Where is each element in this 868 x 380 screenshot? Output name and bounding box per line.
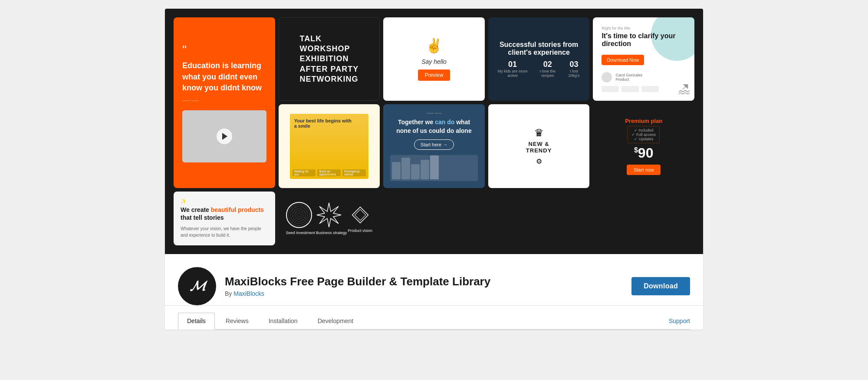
plugin-author-prefix: By xyxy=(225,290,232,297)
card-hello-label: Say hello xyxy=(421,58,447,65)
banner-card-education: " Education is learning what you didnt e… xyxy=(174,17,275,188)
card-education-image xyxy=(182,110,266,162)
tabs-bottom-border xyxy=(178,329,690,330)
banner-card-premium: Premium plan ✓ Included ✓ Full access ✓ … xyxy=(593,104,694,188)
plugin-details: MaxiBlocks Free Page Builder & Template … xyxy=(225,275,490,297)
geometric-label-1: Seed investment xyxy=(286,231,315,235)
plugin-title: MaxiBlocks Free Page Builder & Template … xyxy=(225,275,490,288)
card-stories-content: Successful stories from client's experie… xyxy=(495,41,583,78)
card-premium-button[interactable]: Start now xyxy=(627,165,661,175)
banner-card-stories: Successful stories from client's experie… xyxy=(488,17,590,101)
download-button[interactable]: Download xyxy=(631,277,690,295)
card-talk-text: TALKWORKSHOPEXHIBITIONAFTER PARTYNETWORK… xyxy=(300,34,359,85)
stat-2: 02 I love the recipes xyxy=(535,60,560,78)
tabs-container: Details Reviews Installation Development… xyxy=(178,306,690,329)
card-together-text: Together we can do what none of us could… xyxy=(390,118,478,135)
tab-reviews[interactable]: Reviews xyxy=(217,313,258,329)
banner-card-hello: ✌️ Say hello Preview xyxy=(383,17,485,101)
peace-icon: ✌️ xyxy=(425,37,443,54)
banner-card-talk: TALKWORKSHOPEXHIBITIONAFTER PARTYNETWORK… xyxy=(279,17,380,101)
plugin-author-link[interactable]: MaxiBlocks xyxy=(233,290,264,297)
tab-details[interactable]: Details xyxy=(178,313,215,330)
card-direction-icons xyxy=(602,86,686,92)
smile-image: Your best life begins with a smile Waiti… xyxy=(290,114,368,179)
card-hello-button[interactable]: Preview xyxy=(418,69,450,81)
profile-avatar xyxy=(602,72,612,83)
card-products-title: We create beautiful products that tell s… xyxy=(181,206,268,221)
geometric-item-3: Product vision xyxy=(348,204,372,233)
profile-info: Carol Gonzalez Product xyxy=(615,73,642,82)
card-stories-title: Successful stories from client's experie… xyxy=(495,41,583,56)
card-premium-plan: Premium plan xyxy=(625,118,662,124)
card-trendy-label: NEW & TRENDY xyxy=(526,141,552,154)
smile-buttons: Waiting for you Book an appointment Emer… xyxy=(293,169,366,176)
tab-development[interactable]: Development xyxy=(309,313,363,329)
play-button[interactable] xyxy=(217,129,232,144)
card-direction-label: Right for the title xyxy=(602,26,686,30)
geometric-label-2: Business strategy xyxy=(316,231,347,235)
support-link[interactable]: Support xyxy=(669,317,690,324)
card-direction-button[interactable]: Download Now xyxy=(602,55,644,65)
starburst-icon xyxy=(316,202,342,228)
card-direction-title: It's time to clarify your direction xyxy=(602,32,686,48)
plugin-info-section: 𝓜 MaxiBlocks Free Page Builder & Templat… xyxy=(165,254,703,306)
geometric-item-2: Business strategy xyxy=(316,202,347,235)
tabs-section: Details Reviews Installation Development… xyxy=(165,306,703,330)
banner-card-trendy: ♛ NEW & TRENDY ⚙ xyxy=(488,104,590,188)
circle-icon xyxy=(286,202,312,228)
tabs-list: Details Reviews Installation Development xyxy=(178,313,364,329)
play-triangle-icon xyxy=(222,133,227,140)
card-trendy-content: ♛ NEW & TRENDY ⚙ xyxy=(526,127,552,165)
banner-section: TALKWORKSHOPEXHIBITIONAFTER PARTYNETWORK… xyxy=(165,9,703,254)
banner-card-geometric: Seed investment Business strategy Pro xyxy=(279,192,380,245)
crown-icon: ♛ xyxy=(526,127,552,139)
diamond-icon xyxy=(349,204,371,226)
card-premium-check: ✓ Included ✓ Full access ✓ Updates xyxy=(628,126,660,143)
card-premium-amount: $90 xyxy=(634,145,654,161)
card-together-label: ~~~ ~~~ xyxy=(427,111,441,116)
stat-3: 03 I lost 20kg's xyxy=(565,60,582,78)
card-products-emoji: ✨ xyxy=(181,198,268,204)
card-together-button[interactable]: Start here → xyxy=(414,139,454,150)
geometric-label-3: Product vision xyxy=(348,228,372,233)
card-direction-profile: Carol Gonzalez Product xyxy=(602,72,686,83)
banner-card-products: ✨ We create beautiful products that tell… xyxy=(174,192,275,245)
card-trendy-settings-icon: ⚙ xyxy=(526,157,552,165)
plugin-logo: 𝓜 xyxy=(178,267,216,305)
card-education-text: Education is learning what you didnt eve… xyxy=(182,60,266,93)
plugin-author: By MaxiBlocks xyxy=(225,290,490,297)
card-products-subtitle: Whatever your vision, we have the people… xyxy=(181,225,268,238)
banner-card-together: ~~~ ~~~ Together we can do what none of … xyxy=(383,104,485,188)
smile-text: Your best life begins with a smile xyxy=(294,118,355,129)
stat-1: 01 My kids are more active xyxy=(495,60,530,78)
card-stories-stats: 01 My kids are more active 02 I love the… xyxy=(495,60,583,78)
banner-card-smile: Your best life begins with a smile Waiti… xyxy=(279,104,380,188)
geometric-item-1: Seed investment xyxy=(286,202,315,235)
svg-marker-0 xyxy=(317,203,341,227)
banner-card-direction: Right for the title It's time to clarify… xyxy=(593,17,694,101)
logo-monogram: 𝓜 xyxy=(190,278,204,294)
card-together-image xyxy=(390,155,478,181)
plugin-left-section: 𝓜 MaxiBlocks Free Page Builder & Templat… xyxy=(178,267,490,305)
page-container: TALKWORKSHOPEXHIBITIONAFTER PARTYNETWORK… xyxy=(165,9,703,330)
tab-installation[interactable]: Installation xyxy=(260,313,307,329)
